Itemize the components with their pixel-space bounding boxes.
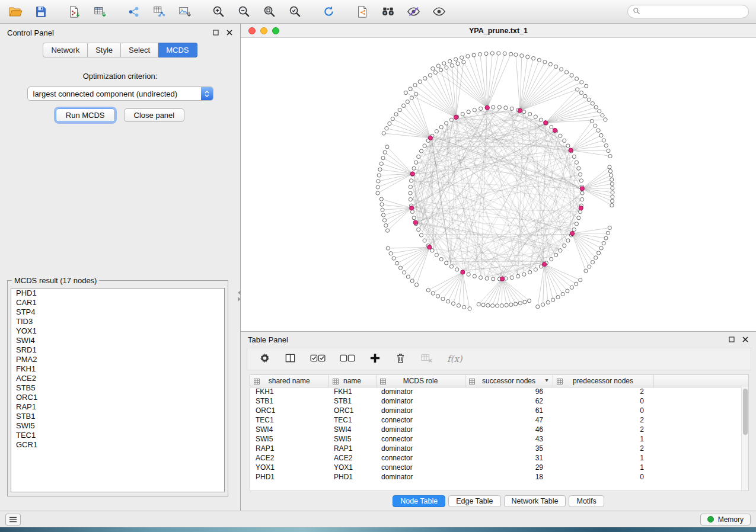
table-row[interactable]: STB1STB1dominator620 [250, 396, 748, 406]
table-cell: FKH1 [250, 387, 328, 396]
tab-edge-table[interactable]: Edge Table [448, 495, 500, 507]
close-panel-icon[interactable] [226, 29, 233, 36]
network-graph[interactable] [241, 38, 756, 331]
tab-node-table[interactable]: Node Table [393, 495, 445, 507]
export-image-icon[interactable] [177, 4, 193, 20]
refresh-icon[interactable] [321, 4, 337, 20]
table-row[interactable]: SWI5SWI5connector431 [250, 434, 748, 444]
export-table-icon[interactable] [151, 4, 167, 20]
status-menu-icon[interactable] [5, 514, 21, 525]
table-cell: dominator [376, 472, 465, 482]
tab-network[interactable]: Network [43, 43, 88, 57]
table-cell: dominator [376, 406, 465, 415]
column-header[interactable]: successor nodes▾ [465, 375, 553, 387]
table-cell: 1 [553, 434, 653, 444]
table-panel-tabs: Node TableEdge TableNetwork TableMotifs [241, 491, 756, 511]
mcds-result-item[interactable]: SWI4 [11, 336, 224, 345]
eye-slash-icon[interactable] [406, 4, 422, 20]
tab-mcds[interactable]: MCDS [158, 43, 197, 57]
table-cell: 31 [465, 453, 553, 463]
mcds-result-item[interactable]: STB5 [11, 383, 224, 393]
zoom-selected-icon[interactable] [287, 4, 303, 20]
table-cell: connector [376, 415, 465, 425]
import-table-icon[interactable] [92, 4, 108, 20]
table-row[interactable]: RAP1RAP1dominator352 [250, 444, 748, 453]
table-row[interactable]: ORC1ORC1dominator610 [250, 406, 748, 415]
table-cell-filler [653, 406, 748, 415]
mcds-result-item[interactable]: PMA2 [11, 355, 224, 364]
import-network-icon[interactable] [66, 4, 82, 20]
mcds-result-item[interactable]: STB1 [11, 412, 224, 421]
mcds-result-item[interactable]: TID3 [11, 317, 224, 326]
export-network-icon[interactable] [126, 4, 142, 20]
close-panel-button[interactable]: Close panel [124, 108, 185, 122]
mcds-result-item[interactable]: ACE2 [11, 374, 224, 383]
tab-style[interactable]: Style [88, 43, 121, 57]
table-cell: SWI4 [250, 425, 328, 434]
window-zoom-icon[interactable] [272, 27, 279, 34]
zoom-in-icon[interactable] [210, 4, 227, 20]
control-panel-tabs: NetworkStyleSelectMCDS [0, 43, 240, 57]
network-canvas[interactable] [241, 38, 756, 331]
save-icon[interactable] [33, 4, 49, 20]
table-cell: PHD1 [250, 472, 328, 482]
table-cell: SWI4 [328, 425, 376, 434]
tab-select[interactable]: Select [121, 43, 158, 57]
mcds-result-item[interactable]: YOX1 [11, 326, 224, 336]
column-visibility-icon[interactable] [285, 352, 296, 366]
mcds-result-item[interactable]: STP4 [11, 307, 224, 317]
delete-column-icon[interactable] [395, 352, 406, 366]
float-table-panel-icon[interactable] [728, 336, 735, 343]
table-row[interactable]: SWI4SWI4dominator462 [250, 425, 748, 434]
mcds-result-item[interactable]: SRD1 [11, 345, 224, 355]
table-cell: STB1 [250, 396, 328, 406]
network-window-titlebar: YPA_prune.txt_1 [241, 24, 756, 38]
scrollbar-thumb[interactable] [743, 389, 748, 435]
mcds-result-item[interactable]: CAR1 [11, 298, 224, 307]
memory-button[interactable]: Memory [700, 514, 751, 525]
window-close-icon[interactable] [248, 27, 256, 34]
share-document-icon[interactable] [355, 4, 371, 20]
mcds-result-item[interactable]: TEC1 [11, 431, 224, 440]
open-folder-icon[interactable] [7, 4, 23, 20]
column-header[interactable]: shared name [250, 375, 328, 387]
tab-network-table[interactable]: Network Table [504, 495, 566, 507]
table-row[interactable]: PHD1PHD1dominator180 [250, 472, 748, 482]
column-header[interactable]: name [328, 375, 376, 387]
mcds-result-item[interactable]: ORC1 [11, 393, 224, 402]
table-cell: 0 [553, 472, 653, 482]
window-minimize-icon[interactable] [260, 27, 267, 34]
float-panel-icon[interactable] [212, 29, 219, 36]
search-input[interactable] [643, 8, 744, 16]
zoom-fit-icon[interactable] [261, 4, 277, 20]
select-all-rows-icon[interactable] [310, 352, 326, 366]
table-row[interactable]: FKH1FKH1dominator962 [250, 387, 748, 396]
mcds-result-list[interactable]: PHD1CAR1STP4TID3YOX1SWI4SRD1PMA2FKH1ACE2… [11, 288, 225, 492]
add-column-icon[interactable] [369, 352, 381, 366]
table-row[interactable]: YOX1YOX1connector291 [250, 463, 748, 472]
mcds-result-item[interactable]: SWI5 [11, 421, 224, 431]
mcds-result-item[interactable]: FKH1 [11, 364, 224, 374]
run-mcds-button[interactable]: Run MCDS [56, 108, 115, 122]
table-settings-gear-icon[interactable] [259, 352, 270, 366]
table-cell: 1 [553, 453, 653, 463]
mcds-result-item[interactable]: PHD1 [11, 289, 224, 298]
binoculars-icon[interactable] [380, 4, 396, 20]
zoom-out-icon[interactable] [236, 4, 252, 20]
table-row[interactable]: ACE2ACE2connector311 [250, 453, 748, 463]
mcds-result-item[interactable]: GCR1 [11, 440, 224, 450]
eye-icon[interactable] [431, 4, 447, 20]
toolbar-group-analysis [355, 4, 447, 20]
application-window: Control Panel NetworkStyleSelectMCDS Opt… [0, 0, 756, 532]
column-header[interactable]: MCDS role [376, 375, 465, 387]
mcds-result-item[interactable]: RAP1 [11, 402, 224, 412]
table-scrollbar[interactable] [741, 387, 748, 491]
table-cell: 62 [465, 396, 553, 406]
table-row[interactable]: TEC1TEC1connector472 [250, 415, 748, 425]
column-header[interactable]: predecessor nodes [553, 375, 653, 387]
close-table-panel-icon[interactable] [742, 336, 749, 343]
control-panel: Control Panel NetworkStyleSelectMCDS Opt… [0, 24, 241, 511]
deselect-all-rows-icon[interactable] [340, 352, 355, 366]
optimization-criterion-select[interactable]: largest connected component (undirected) [27, 86, 213, 101]
tab-motifs[interactable]: Motifs [569, 495, 604, 507]
